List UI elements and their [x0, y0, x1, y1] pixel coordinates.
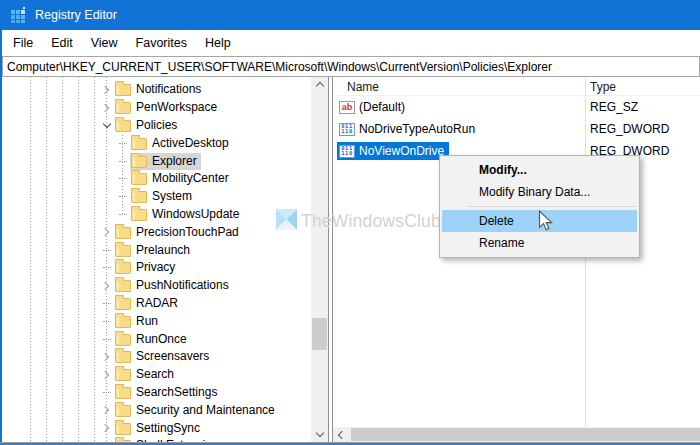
tree-item[interactable]: Prelaunch — [2, 241, 311, 259]
chevron-down-icon — [315, 429, 323, 437]
context-menu-item[interactable] — [468, 206, 636, 207]
expand-arrow[interactable] — [115, 152, 130, 170]
chevron-icon — [101, 228, 109, 236]
tree-item-target[interactable]: Explorer — [130, 153, 201, 170]
tree-item[interactable]: Privacy — [2, 259, 311, 277]
expand-arrow[interactable] — [115, 134, 130, 152]
tree-item[interactable]: PenWorkspace — [2, 99, 311, 117]
address-bar-input[interactable] — [2, 56, 700, 77]
expand-arrow[interactable] — [99, 401, 114, 419]
tree-connector — [103, 339, 111, 340]
tree-item[interactable]: PushNotifications — [2, 277, 311, 295]
tree-item-target[interactable]: SettingSync — [114, 420, 204, 437]
expand-arrow[interactable] — [99, 81, 114, 99]
tree-item-label: PrecisionTouchPad — [136, 225, 239, 239]
value-row-target[interactable]: NoDriveTypeAutoRun — [337, 120, 480, 138]
tree-item-target[interactable]: Policies — [114, 117, 181, 134]
vertical-scrollbar-thumb[interactable] — [312, 318, 327, 350]
expand-arrow[interactable] — [99, 295, 114, 313]
tree-connector — [119, 196, 127, 197]
tree-item[interactable]: RADAR — [2, 295, 311, 313]
expand-arrow[interactable] — [99, 277, 114, 295]
tree-item[interactable]: Screensavers — [2, 348, 311, 366]
expand-arrow[interactable] — [99, 366, 114, 384]
chevron-icon — [101, 370, 109, 378]
tree-item[interactable]: SettingSync — [2, 419, 311, 437]
tree-item-target[interactable]: PenWorkspace — [114, 99, 221, 116]
tree-item[interactable]: WindowsUpdate — [2, 206, 311, 224]
tree-item[interactable]: System — [2, 188, 311, 206]
context-menu-item[interactable]: Rename — [442, 232, 637, 254]
tree-item-target[interactable]: ActiveDesktop — [130, 135, 233, 152]
column-header-name[interactable]: Name — [347, 80, 379, 94]
main-area: Notifications PenWorkspace — [2, 77, 700, 442]
tree-item[interactable]: Policies — [2, 117, 311, 135]
expand-arrow[interactable] — [99, 117, 114, 135]
menu-item[interactable]: Favorites — [127, 32, 196, 54]
tree-item-target[interactable]: WindowsUpdate — [130, 206, 243, 223]
column-header-type[interactable]: Type — [590, 80, 616, 94]
tree-connector — [119, 161, 127, 162]
tree-item-target[interactable]: Privacy — [114, 259, 179, 276]
window-left-border — [0, 30, 2, 445]
tree-item[interactable]: Search — [2, 366, 311, 384]
scroll-left-button[interactable] — [333, 427, 348, 442]
tree-item-target[interactable]: RunOnce — [114, 331, 191, 348]
tree-item-target[interactable]: SearchSettings — [114, 384, 221, 401]
context-menu-item[interactable]: Modify Binary Data... — [442, 181, 637, 203]
expand-arrow[interactable] — [115, 206, 130, 224]
tree-item[interactable]: PrecisionTouchPad — [2, 223, 311, 241]
tree-item-target[interactable]: Security and Maintenance — [114, 402, 279, 419]
tree-item-target[interactable]: Notifications — [114, 81, 205, 98]
tree-item-target[interactable]: RADAR — [114, 295, 182, 312]
tree-item[interactable]: Run — [2, 312, 311, 330]
expand-arrow[interactable] — [99, 384, 114, 402]
value-row[interactable]: NoDriveTypeAutoRun REG_DWORD — [333, 118, 700, 140]
tree-item-target[interactable]: MobilityCenter — [130, 170, 233, 187]
expand-arrow[interactable] — [99, 241, 114, 259]
tree-item-target[interactable]: Screensavers — [114, 348, 213, 365]
tree-vertical-scrollbar[interactable] — [311, 77, 328, 442]
tree-item-target[interactable]: Search — [114, 366, 178, 383]
value-row[interactable]: (Default) REG_SZ — [333, 96, 700, 118]
menu-item[interactable]: View — [82, 32, 127, 54]
scroll-down-button[interactable] — [311, 427, 328, 442]
tree-item-target[interactable]: PushNotifications — [114, 277, 233, 294]
menu-item[interactable]: Help — [196, 32, 240, 54]
expand-arrow[interactable] — [115, 170, 130, 188]
context-menu-item[interactable]: Modify... — [442, 159, 637, 181]
chevron-icon — [101, 103, 109, 111]
expand-arrow[interactable] — [99, 348, 114, 366]
tree-item[interactable]: Explorer — [2, 152, 311, 170]
expand-arrow[interactable] — [99, 419, 114, 437]
tree-item[interactable]: SearchSettings — [2, 384, 311, 402]
expand-arrow[interactable] — [99, 99, 114, 117]
value-row-target[interactable]: NoViewOnDrive — [337, 142, 449, 160]
folder-icon — [115, 369, 131, 381]
horizontal-scrollbar[interactable] — [333, 427, 700, 442]
folder-icon — [115, 423, 131, 435]
tree-item[interactable]: ActiveDesktop — [2, 134, 311, 152]
expand-arrow[interactable] — [115, 188, 130, 206]
menu-item[interactable]: File — [4, 32, 42, 54]
menu-item[interactable]: Edit — [42, 32, 82, 54]
tree-item[interactable]: MobilityCenter — [2, 170, 311, 188]
tree-item[interactable]: RunOnce — [2, 330, 311, 348]
context-menu-item-label: Modify... — [479, 163, 527, 177]
window-title: Registry Editor — [35, 8, 117, 22]
expand-arrow[interactable] — [99, 259, 114, 277]
horizontal-scrollbar-thumb[interactable] — [351, 428, 700, 441]
tree-item-target[interactable]: Run — [114, 313, 162, 330]
tree-item-target[interactable]: Prelaunch — [114, 242, 194, 259]
tree-item-target[interactable]: System — [130, 188, 196, 205]
expand-arrow[interactable] — [99, 312, 114, 330]
expand-arrow[interactable] — [99, 223, 114, 241]
folder-icon — [115, 280, 131, 292]
chevron-icon — [101, 281, 109, 289]
tree-item[interactable]: Notifications — [2, 81, 311, 99]
tree-item[interactable]: Security and Maintenance — [2, 401, 311, 419]
expand-arrow[interactable] — [99, 330, 114, 348]
value-row-target[interactable]: (Default) — [337, 98, 410, 116]
tree-item-target[interactable]: PrecisionTouchPad — [114, 224, 243, 241]
scroll-up-button[interactable] — [311, 77, 328, 92]
